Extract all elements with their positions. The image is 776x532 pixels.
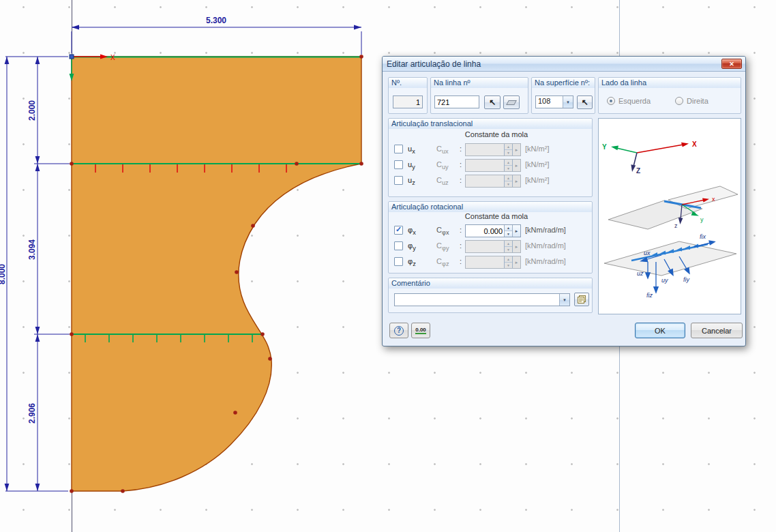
dimension-total-label: 8.000	[0, 264, 7, 284]
comment-title: Comentário	[389, 278, 592, 289]
dof-uz-label: uz	[637, 270, 644, 277]
colon: :	[460, 160, 462, 168]
spring-constant-header: Constante da mola	[450, 130, 543, 138]
hinge-axis-z-label: z	[674, 222, 678, 229]
uy-checkbox[interactable]	[394, 160, 403, 169]
cuy-label: Cuy	[436, 160, 449, 171]
close-button[interactable]: ✕	[721, 59, 742, 69]
spinner-side-button[interactable]: ►	[512, 144, 520, 156]
radio-right-label: Direita	[687, 97, 708, 105]
cphiy-spring-field[interactable]: ▲▼ ►	[465, 240, 521, 253]
ux-checkbox[interactable]	[394, 145, 403, 153]
group-number: Nº.	[388, 77, 428, 114]
radio-side-left[interactable]: Esquerda	[607, 97, 651, 105]
show-line-button[interactable]	[503, 95, 520, 109]
spinner-buttons[interactable]: ▲▼	[504, 175, 512, 187]
colon: :	[460, 145, 462, 153]
spin-up-icon: ▲	[505, 256, 512, 262]
pick-line-button[interactable]: ↖	[484, 95, 501, 109]
comment-combobox[interactable]: ▼	[394, 293, 570, 306]
edit-line-hinge-dialog: Editar articulação de linha ✕ Nº. Na lin…	[382, 56, 746, 346]
uz-checkbox[interactable]	[394, 176, 403, 185]
phiy-label: φy	[408, 241, 416, 252]
side-arrow-icon: ►	[515, 148, 519, 152]
cphiz-unit: [kNm/rad/m]	[525, 257, 566, 265]
cphix-spring-field[interactable]: ▲▼ ►	[465, 224, 521, 237]
help-button[interactable]: ?	[389, 323, 408, 338]
spin-down-icon: ▼	[505, 149, 512, 156]
row-phiz: φz Cφz : ▲▼ ► [kNm/rad/m]	[389, 256, 592, 269]
radio-icon	[675, 97, 683, 105]
dialog-titlebar[interactable]: Editar articulação de linha ✕	[383, 57, 745, 72]
spinner-buttons[interactable]: ▲▼	[504, 241, 512, 252]
cuy-spring-field[interactable]: ▲▼ ►	[465, 159, 521, 172]
surface-number-combobox[interactable]: 108 ▼	[535, 95, 573, 108]
spin-down-icon: ▼	[505, 262, 512, 268]
units-settings-button[interactable]: 0.00	[411, 323, 430, 338]
row-uy: uy Cuy : ▲▼ ► [kN/m²]	[389, 159, 592, 173]
radio-side-right[interactable]: Direita	[675, 97, 708, 105]
spinner-side-button[interactable]: ►	[512, 160, 520, 171]
surface-108[interactable]	[72, 57, 361, 491]
row-phix: φx Cφx : ▲▼ ► [kNm/rad/m]	[389, 224, 592, 238]
spin-down-icon: ▼	[505, 231, 512, 237]
cancel-button[interactable]: Cancelar	[691, 323, 743, 338]
ux-label: ux	[408, 145, 415, 155]
phiz-checkbox[interactable]	[394, 257, 403, 266]
spinner-side-button[interactable]: ►	[512, 256, 520, 268]
cuz-spring-field[interactable]: ▲▼ ►	[465, 175, 521, 188]
radio-left-label: Esquerda	[618, 97, 651, 105]
colon: :	[460, 226, 462, 234]
spinner-side-button[interactable]: ►	[512, 241, 520, 252]
side-arrow-icon: ►	[515, 261, 519, 265]
notes-icon	[578, 295, 586, 304]
on-line-label: Na linha nº	[431, 78, 528, 88]
cphiy-label: Cφy	[436, 241, 449, 252]
chevron-down-icon[interactable]: ▼	[559, 294, 569, 306]
phiy-checkbox[interactable]	[394, 241, 403, 250]
phix-checkbox[interactable]	[394, 226, 403, 235]
spinner-buttons[interactable]: ▲▼	[504, 144, 512, 156]
number-label: Nº.	[389, 78, 427, 88]
spin-up-icon: ▲	[505, 225, 512, 231]
cphix-unit: [kNm/rad/m]	[525, 226, 566, 234]
origin-node[interactable]	[70, 55, 74, 59]
ok-button[interactable]: OK	[635, 323, 685, 338]
on-surface-label: Na superfície nº:	[532, 78, 595, 88]
line-side-label: Lado da linha	[599, 78, 741, 88]
spinner-buttons[interactable]: ▲▼	[504, 160, 512, 171]
cuz-label: Cuz	[436, 176, 449, 186]
dialog-title: Editar articulação de linha	[387, 59, 481, 69]
cux-unit: [kN/m²]	[525, 145, 549, 153]
spin-down-icon: ▼	[505, 246, 512, 252]
spring-constant-header: Constante da mola	[450, 212, 543, 220]
spinner-side-button[interactable]: ►	[512, 225, 520, 237]
group-rotational: Articulação rotacional Constante da mola…	[388, 201, 593, 274]
group-on-line: Na linha nº ↖	[430, 77, 528, 114]
colon: :	[460, 257, 462, 265]
spinner-buttons[interactable]: ▲▼	[504, 225, 512, 237]
help-icon: ?	[394, 326, 404, 336]
panel-axis-y-label: Y	[602, 143, 607, 151]
spin-up-icon: ▲	[505, 144, 512, 149]
cux-spring-field[interactable]: ▲▼ ►	[465, 143, 521, 156]
spin-down-icon: ▼	[505, 165, 512, 171]
colon: :	[460, 241, 462, 250]
pick-surface-button[interactable]: ↖	[577, 95, 593, 109]
spinner-buttons[interactable]: ▲▼	[504, 256, 512, 268]
comment-template-button[interactable]	[574, 293, 589, 306]
dimension-seg2-label: 3.094	[27, 239, 37, 260]
spinner-side-button[interactable]: ►	[512, 175, 520, 187]
radio-icon	[607, 97, 615, 105]
dof-uy-label: uy	[661, 277, 668, 284]
side-arrow-icon: ►	[515, 164, 519, 168]
group-line-side: Lado da linha Esquerda Direita	[598, 77, 741, 114]
hinge-number-field[interactable]	[393, 95, 423, 108]
cphiz-spring-field[interactable]: ▲▼ ►	[465, 256, 521, 269]
hinge-axis-x-label: x	[712, 196, 715, 203]
line-number-field[interactable]	[434, 95, 479, 108]
phiz-label: φz	[408, 257, 416, 267]
panel-dof-illustration: fix ux uz uy fiy fiz	[604, 233, 736, 299]
chevron-down-icon[interactable]: ▼	[563, 96, 573, 108]
row-phiy: φy Cφy : ▲▼ ► [kNm/rad/m]	[389, 240, 592, 254]
